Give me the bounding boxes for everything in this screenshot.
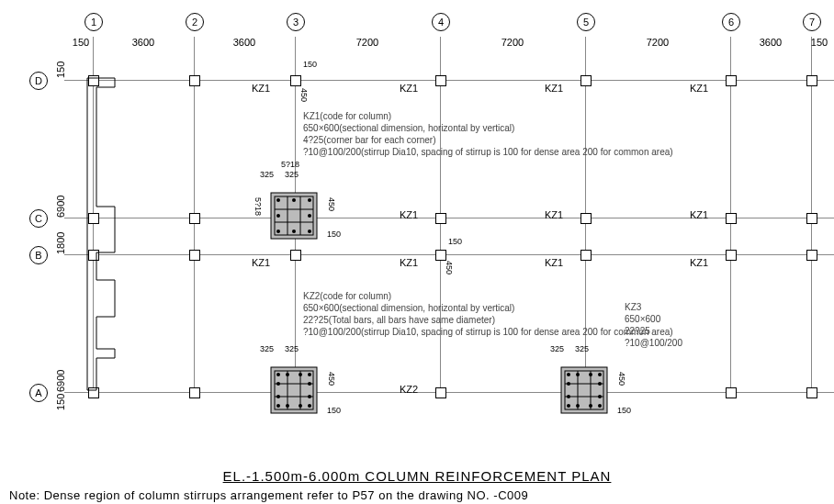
kz1-label: KZ1 xyxy=(252,83,270,94)
dim-67: 3600 xyxy=(730,37,811,48)
kz1-corner: 4?25(corner bar for each corner) xyxy=(303,134,673,146)
kz1-stirrup: ?10@100/200(stirrup Dia10, spacing of st… xyxy=(303,146,673,158)
kz3-detail xyxy=(552,358,616,422)
kz1-dim325-2: 325 xyxy=(285,170,299,179)
dim-DC: 6900 xyxy=(55,80,66,218)
svg-point-44 xyxy=(567,395,570,398)
dim-23: 3600 xyxy=(194,37,295,48)
kz1-label: KZ1 xyxy=(400,209,418,220)
svg-point-10 xyxy=(308,214,311,218)
svg-point-31 xyxy=(308,404,311,408)
left-wall-outline xyxy=(83,73,119,404)
grid-bubble-1: 1 xyxy=(85,13,103,31)
kz2-stirrup: ?10@100/200(stirrup Dia10, spacing of st… xyxy=(303,326,673,338)
svg-point-26 xyxy=(276,395,280,398)
col-mark xyxy=(290,250,301,261)
kz3-small: 150 xyxy=(617,406,631,415)
grid-bubble-7: 7 xyxy=(803,13,821,31)
col-mark xyxy=(580,213,592,224)
dim-450: 450 xyxy=(445,261,454,274)
grid-bubble-6: 6 xyxy=(722,13,740,31)
svg-point-6 xyxy=(276,198,280,202)
kz1-detail xyxy=(262,184,326,248)
col-mark xyxy=(726,387,737,398)
grid-bubble-4: 4 xyxy=(432,13,450,31)
grid-line-C xyxy=(64,218,834,218)
col-mark xyxy=(189,387,200,398)
svg-point-22 xyxy=(299,373,302,376)
svg-point-45 xyxy=(598,395,602,398)
kz1-label: KZ1 xyxy=(690,83,708,94)
kz1-label: KZ1 xyxy=(400,257,418,268)
dim-edge-right: 150 xyxy=(810,37,828,48)
dim-150: 150 xyxy=(303,60,317,69)
col-mark xyxy=(580,75,592,86)
svg-point-13 xyxy=(308,230,311,233)
col-mark xyxy=(726,75,737,86)
svg-point-30 xyxy=(299,404,302,408)
svg-point-20 xyxy=(276,373,280,376)
col-mark xyxy=(435,387,446,398)
svg-point-24 xyxy=(276,382,280,386)
kz1-label: KZ1 xyxy=(545,209,563,220)
kz2-section: 650×600(sectional dimension, horizontal … xyxy=(303,302,673,314)
grid-bubble-A: A xyxy=(29,384,48,402)
col-mark xyxy=(189,213,200,224)
dim-56: 7200 xyxy=(585,37,730,48)
dim-150: 150 xyxy=(448,237,462,246)
grid-bubble-D: D xyxy=(29,72,48,90)
dim-34: 7200 xyxy=(295,37,440,48)
kz2-notes: KZ2(code for column) 650×600(sectional d… xyxy=(303,290,673,338)
grid-line-D xyxy=(64,80,834,81)
kz2-code: KZ2(code for column) xyxy=(303,290,673,302)
kz3-section: 650×600 xyxy=(625,313,682,325)
kz1-h: 450 xyxy=(327,197,336,211)
kz1-label: KZ1 xyxy=(690,257,708,268)
grid-bubble-2: 2 xyxy=(186,13,204,31)
col-mark xyxy=(435,75,446,86)
kz1-label: KZ1 xyxy=(690,209,708,220)
col-mark xyxy=(806,387,817,398)
kz1-label: KZ1 xyxy=(400,83,418,94)
kz2-h: 450 xyxy=(327,372,336,386)
grid-bubble-C: C xyxy=(29,209,48,228)
kz3-notes: KZ3 650×600 22?25 ?10@100/200 xyxy=(625,301,682,349)
grid-bubble-B: B xyxy=(29,246,48,264)
svg-point-27 xyxy=(308,395,311,398)
col-mark xyxy=(580,250,592,261)
dim-12: 3600 xyxy=(93,37,194,48)
dim-edge-top: 150 xyxy=(55,60,66,78)
dim-edge-left: 150 xyxy=(72,37,90,48)
svg-point-29 xyxy=(286,404,289,408)
dim-CB: 1800 xyxy=(55,218,66,254)
grid-bubble-5: 5 xyxy=(577,13,595,31)
col-mark xyxy=(435,213,446,224)
svg-point-40 xyxy=(589,373,592,376)
svg-point-7 xyxy=(292,198,296,202)
kz1-small: 150 xyxy=(327,230,341,239)
kz2-label: KZ2 xyxy=(400,384,418,395)
kz2-small: 150 xyxy=(327,406,341,415)
svg-point-21 xyxy=(286,373,289,376)
col-mark xyxy=(726,213,737,224)
kz1-notes: KZ1(code for column) 650×600(sectional d… xyxy=(303,110,673,158)
dim-BA: 6900 xyxy=(55,254,66,392)
grid-line-B xyxy=(64,254,834,255)
svg-point-39 xyxy=(576,373,580,376)
kz3-name: KZ3 xyxy=(625,301,682,313)
svg-point-9 xyxy=(276,214,280,218)
col-mark xyxy=(189,250,200,261)
svg-point-46 xyxy=(567,404,570,408)
kz1-code: KZ1(code for column) xyxy=(303,110,673,122)
dim-45: 7200 xyxy=(440,37,585,48)
svg-point-43 xyxy=(598,382,602,386)
grid-bubble-3: 3 xyxy=(287,13,305,31)
svg-point-28 xyxy=(276,404,280,408)
drawing-canvas: 1 2 3 4 5 6 7 D C B A 150 3600 3600 7200… xyxy=(28,9,834,468)
svg-point-41 xyxy=(598,373,602,376)
col-mark xyxy=(806,250,817,261)
svg-point-12 xyxy=(292,230,296,233)
col-mark xyxy=(290,75,301,86)
dim-450: 450 xyxy=(299,88,309,102)
svg-point-8 xyxy=(308,198,311,202)
